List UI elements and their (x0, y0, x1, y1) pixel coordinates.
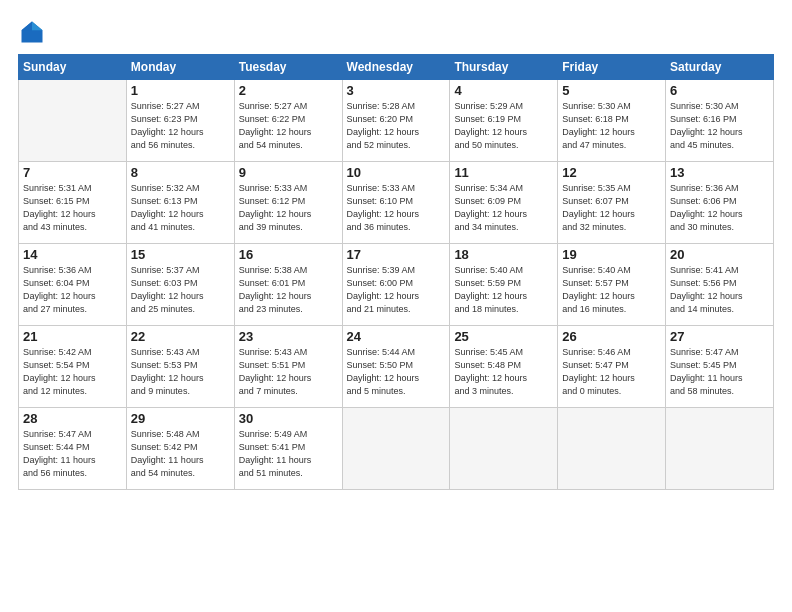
day-number: 1 (131, 83, 230, 98)
weekday-header-saturday: Saturday (666, 55, 774, 80)
day-info: Sunrise: 5:49 AMSunset: 5:41 PMDaylight:… (239, 428, 338, 480)
day-number: 6 (670, 83, 769, 98)
day-cell: 22Sunrise: 5:43 AMSunset: 5:53 PMDayligh… (126, 326, 234, 408)
day-cell: 16Sunrise: 5:38 AMSunset: 6:01 PMDayligh… (234, 244, 342, 326)
day-number: 29 (131, 411, 230, 426)
day-number: 14 (23, 247, 122, 262)
day-cell: 28Sunrise: 5:47 AMSunset: 5:44 PMDayligh… (19, 408, 127, 490)
day-info: Sunrise: 5:43 AMSunset: 5:51 PMDaylight:… (239, 346, 338, 398)
day-info: Sunrise: 5:34 AMSunset: 6:09 PMDaylight:… (454, 182, 553, 234)
day-number: 10 (347, 165, 446, 180)
day-cell: 23Sunrise: 5:43 AMSunset: 5:51 PMDayligh… (234, 326, 342, 408)
weekday-header-tuesday: Tuesday (234, 55, 342, 80)
day-cell (450, 408, 558, 490)
header (18, 18, 774, 46)
weekday-header-row: SundayMondayTuesdayWednesdayThursdayFrid… (19, 55, 774, 80)
day-info: Sunrise: 5:35 AMSunset: 6:07 PMDaylight:… (562, 182, 661, 234)
day-info: Sunrise: 5:41 AMSunset: 5:56 PMDaylight:… (670, 264, 769, 316)
day-number: 8 (131, 165, 230, 180)
day-info: Sunrise: 5:39 AMSunset: 6:00 PMDaylight:… (347, 264, 446, 316)
day-info: Sunrise: 5:33 AMSunset: 6:12 PMDaylight:… (239, 182, 338, 234)
page: SundayMondayTuesdayWednesdayThursdayFrid… (0, 0, 792, 612)
day-cell: 15Sunrise: 5:37 AMSunset: 6:03 PMDayligh… (126, 244, 234, 326)
day-number: 13 (670, 165, 769, 180)
day-number: 5 (562, 83, 661, 98)
week-row-5: 28Sunrise: 5:47 AMSunset: 5:44 PMDayligh… (19, 408, 774, 490)
day-info: Sunrise: 5:40 AMSunset: 5:59 PMDaylight:… (454, 264, 553, 316)
day-info: Sunrise: 5:45 AMSunset: 5:48 PMDaylight:… (454, 346, 553, 398)
day-info: Sunrise: 5:43 AMSunset: 5:53 PMDaylight:… (131, 346, 230, 398)
weekday-header-friday: Friday (558, 55, 666, 80)
day-cell: 25Sunrise: 5:45 AMSunset: 5:48 PMDayligh… (450, 326, 558, 408)
weekday-header-thursday: Thursday (450, 55, 558, 80)
day-info: Sunrise: 5:27 AMSunset: 6:22 PMDaylight:… (239, 100, 338, 152)
day-number: 11 (454, 165, 553, 180)
day-number: 17 (347, 247, 446, 262)
day-info: Sunrise: 5:28 AMSunset: 6:20 PMDaylight:… (347, 100, 446, 152)
day-cell: 21Sunrise: 5:42 AMSunset: 5:54 PMDayligh… (19, 326, 127, 408)
day-cell (19, 80, 127, 162)
day-number: 20 (670, 247, 769, 262)
day-info: Sunrise: 5:37 AMSunset: 6:03 PMDaylight:… (131, 264, 230, 316)
day-cell: 18Sunrise: 5:40 AMSunset: 5:59 PMDayligh… (450, 244, 558, 326)
day-cell: 24Sunrise: 5:44 AMSunset: 5:50 PMDayligh… (342, 326, 450, 408)
day-number: 7 (23, 165, 122, 180)
day-info: Sunrise: 5:30 AMSunset: 6:18 PMDaylight:… (562, 100, 661, 152)
day-cell (666, 408, 774, 490)
day-info: Sunrise: 5:38 AMSunset: 6:01 PMDaylight:… (239, 264, 338, 316)
day-number: 26 (562, 329, 661, 344)
calendar-table: SundayMondayTuesdayWednesdayThursdayFrid… (18, 54, 774, 490)
day-cell: 9Sunrise: 5:33 AMSunset: 6:12 PMDaylight… (234, 162, 342, 244)
day-number: 9 (239, 165, 338, 180)
day-number: 16 (239, 247, 338, 262)
logo (18, 18, 50, 46)
day-info: Sunrise: 5:31 AMSunset: 6:15 PMDaylight:… (23, 182, 122, 234)
weekday-header-wednesday: Wednesday (342, 55, 450, 80)
day-cell: 7Sunrise: 5:31 AMSunset: 6:15 PMDaylight… (19, 162, 127, 244)
day-number: 25 (454, 329, 553, 344)
week-row-4: 21Sunrise: 5:42 AMSunset: 5:54 PMDayligh… (19, 326, 774, 408)
week-row-3: 14Sunrise: 5:36 AMSunset: 6:04 PMDayligh… (19, 244, 774, 326)
day-number: 27 (670, 329, 769, 344)
day-number: 28 (23, 411, 122, 426)
day-cell (342, 408, 450, 490)
day-info: Sunrise: 5:42 AMSunset: 5:54 PMDaylight:… (23, 346, 122, 398)
day-cell: 17Sunrise: 5:39 AMSunset: 6:00 PMDayligh… (342, 244, 450, 326)
week-row-2: 7Sunrise: 5:31 AMSunset: 6:15 PMDaylight… (19, 162, 774, 244)
day-number: 19 (562, 247, 661, 262)
weekday-header-monday: Monday (126, 55, 234, 80)
day-cell: 3Sunrise: 5:28 AMSunset: 6:20 PMDaylight… (342, 80, 450, 162)
day-number: 2 (239, 83, 338, 98)
day-number: 3 (347, 83, 446, 98)
day-cell: 4Sunrise: 5:29 AMSunset: 6:19 PMDaylight… (450, 80, 558, 162)
day-info: Sunrise: 5:27 AMSunset: 6:23 PMDaylight:… (131, 100, 230, 152)
day-number: 24 (347, 329, 446, 344)
day-cell: 29Sunrise: 5:48 AMSunset: 5:42 PMDayligh… (126, 408, 234, 490)
day-info: Sunrise: 5:33 AMSunset: 6:10 PMDaylight:… (347, 182, 446, 234)
day-number: 15 (131, 247, 230, 262)
day-cell: 10Sunrise: 5:33 AMSunset: 6:10 PMDayligh… (342, 162, 450, 244)
day-info: Sunrise: 5:44 AMSunset: 5:50 PMDaylight:… (347, 346, 446, 398)
day-info: Sunrise: 5:46 AMSunset: 5:47 PMDaylight:… (562, 346, 661, 398)
day-cell: 1Sunrise: 5:27 AMSunset: 6:23 PMDaylight… (126, 80, 234, 162)
day-cell (558, 408, 666, 490)
logo-icon (18, 18, 46, 46)
day-cell: 13Sunrise: 5:36 AMSunset: 6:06 PMDayligh… (666, 162, 774, 244)
day-cell: 5Sunrise: 5:30 AMSunset: 6:18 PMDaylight… (558, 80, 666, 162)
day-number: 23 (239, 329, 338, 344)
day-cell: 30Sunrise: 5:49 AMSunset: 5:41 PMDayligh… (234, 408, 342, 490)
day-number: 4 (454, 83, 553, 98)
day-info: Sunrise: 5:47 AMSunset: 5:44 PMDaylight:… (23, 428, 122, 480)
day-info: Sunrise: 5:47 AMSunset: 5:45 PMDaylight:… (670, 346, 769, 398)
day-cell: 14Sunrise: 5:36 AMSunset: 6:04 PMDayligh… (19, 244, 127, 326)
day-number: 12 (562, 165, 661, 180)
day-info: Sunrise: 5:32 AMSunset: 6:13 PMDaylight:… (131, 182, 230, 234)
day-cell: 12Sunrise: 5:35 AMSunset: 6:07 PMDayligh… (558, 162, 666, 244)
day-info: Sunrise: 5:36 AMSunset: 6:04 PMDaylight:… (23, 264, 122, 316)
day-cell: 19Sunrise: 5:40 AMSunset: 5:57 PMDayligh… (558, 244, 666, 326)
day-info: Sunrise: 5:30 AMSunset: 6:16 PMDaylight:… (670, 100, 769, 152)
svg-marker-1 (32, 22, 43, 31)
day-cell: 6Sunrise: 5:30 AMSunset: 6:16 PMDaylight… (666, 80, 774, 162)
day-number: 21 (23, 329, 122, 344)
day-info: Sunrise: 5:40 AMSunset: 5:57 PMDaylight:… (562, 264, 661, 316)
